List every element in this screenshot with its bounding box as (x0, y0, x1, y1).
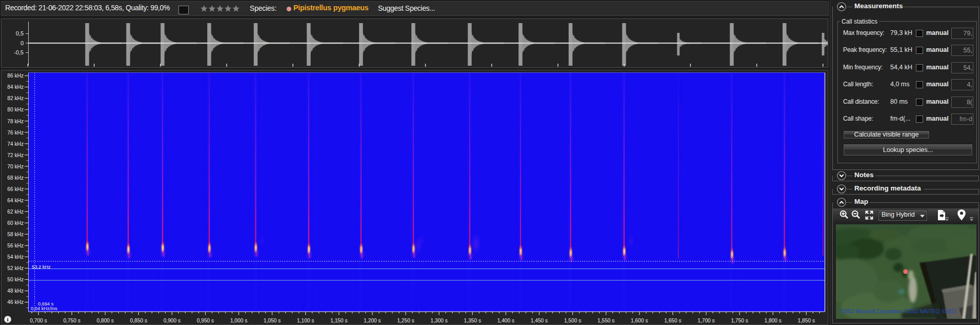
svg-text:1,000 s: 1,000 s (230, 318, 247, 323)
svg-text:i: i (7, 316, 8, 322)
svg-text:0,04 kHz/ms: 0,04 kHz/ms (31, 306, 57, 311)
svg-text:66 kHz: 66 kHz (7, 186, 24, 192)
svg-text:0,800 s: 0,800 s (96, 318, 113, 323)
svg-text:68 kHz: 68 kHz (7, 175, 24, 181)
svg-text:1,400 s: 1,400 s (497, 318, 514, 323)
svg-text:46 kHz: 46 kHz (7, 299, 24, 305)
svg-text:58 kHz: 58 kHz (7, 232, 24, 237)
svg-text:1,350 s: 1,350 s (464, 318, 481, 323)
svg-text:72 kHz: 72 kHz (7, 152, 24, 158)
svg-text:54 kHz: 54 kHz (7, 254, 24, 260)
svg-text:52 kHz: 52 kHz (7, 265, 24, 271)
svg-text:1,200 s: 1,200 s (364, 318, 381, 323)
svg-text:76 kHz: 76 kHz (7, 130, 24, 136)
svg-text:0,950 s: 0,950 s (197, 318, 214, 323)
svg-text:0,5: 0,5 (16, 30, 24, 36)
svg-text:©2022 Microsoft Corporation. ©: ©2022 Microsoft Corporation. ©2022 NAVTE… (840, 309, 957, 314)
svg-text:62 kHz: 62 kHz (7, 209, 24, 215)
svg-text:80 kHz: 80 kHz (7, 107, 24, 112)
svg-text:1,600 s: 1,600 s (631, 318, 648, 323)
svg-text:60 kHz: 60 kHz (7, 220, 24, 226)
svg-text:53,2 kHz: 53,2 kHz (32, 264, 51, 270)
svg-text:0,850 s: 0,850 s (130, 318, 147, 323)
svg-text:1,800 s: 1,800 s (764, 318, 781, 323)
svg-text:1,050 s: 1,050 s (264, 318, 281, 323)
svg-text:78 kHz: 78 kHz (7, 119, 24, 124)
svg-text:1,300 s: 1,300 s (430, 318, 447, 323)
svg-text:0: 0 (21, 40, 24, 46)
svg-text:1,550 s: 1,550 s (597, 318, 614, 323)
svg-text:0,900 s: 0,900 s (164, 318, 181, 323)
svg-text:86 kHz: 86 kHz (7, 73, 24, 79)
svg-text:74 kHz: 74 kHz (7, 141, 24, 147)
svg-text:0,750 s: 0,750 s (63, 318, 80, 323)
svg-text:64 kHz: 64 kHz (7, 198, 24, 203)
svg-text:0,700 s: 0,700 s (30, 318, 47, 323)
svg-text:1,650 s: 1,650 s (664, 318, 681, 323)
svg-text:48 kHz: 48 kHz (7, 288, 24, 294)
svg-text:84 kHz: 84 kHz (7, 84, 24, 90)
svg-text:70 kHz: 70 kHz (7, 164, 24, 169)
svg-text:1,750 s: 1,750 s (731, 318, 748, 323)
svg-text:56 kHz: 56 kHz (7, 243, 24, 248)
svg-text:1,700 s: 1,700 s (697, 318, 714, 323)
svg-text:-0,5: -0,5 (14, 49, 24, 55)
svg-text:1,500 s: 1,500 s (564, 318, 581, 323)
svg-text:1,450 s: 1,450 s (531, 318, 548, 323)
svg-text:1,150 s: 1,150 s (330, 318, 347, 323)
svg-text:1,850 s: 1,850 s (798, 318, 815, 323)
svg-text:82 kHz: 82 kHz (7, 95, 24, 101)
svg-text:1,250 s: 1,250 s (397, 318, 414, 323)
svg-text:50 kHz: 50 kHz (7, 277, 24, 282)
svg-text:1,100 s: 1,100 s (297, 318, 314, 323)
